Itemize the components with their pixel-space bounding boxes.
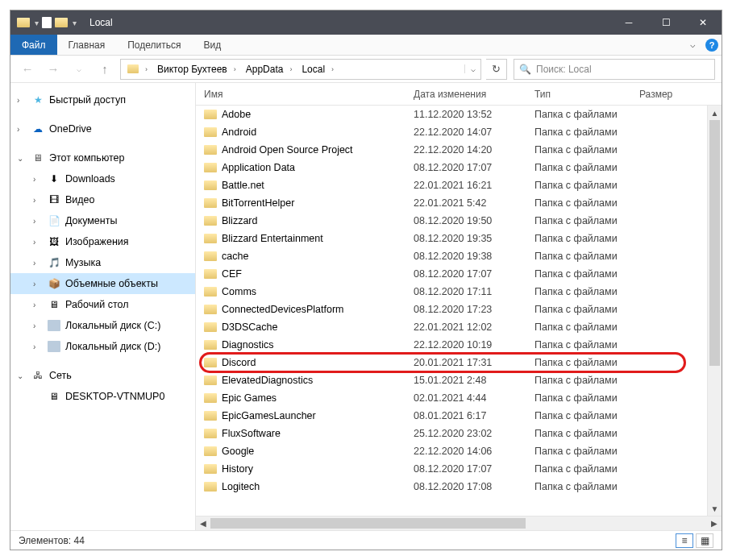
nav-forward-button[interactable]: →	[43, 59, 64, 80]
refresh-button[interactable]: ↻	[486, 59, 507, 80]
file-row[interactable]: Battle.net22.01.2021 16:21Папка с файлам…	[196, 176, 722, 194]
file-name: Comms	[222, 286, 256, 297]
nav-back-button[interactable]: ←	[17, 59, 38, 80]
file-date: 22.01.2021 12:02	[414, 321, 534, 333]
nav-thispc[interactable]: ⌄🖥Этот компьютер	[10, 147, 195, 168]
file-row[interactable]: Diagnostics22.12.2020 10:19Папка с файла…	[196, 336, 722, 354]
file-date: 20.01.2021 17:31	[414, 357, 534, 368]
file-row[interactable]: ElevatedDiagnostics15.01.2021 2:48Папка …	[196, 371, 722, 389]
file-row[interactable]: Logitech08.12.2020 17:08Папка с файлами	[196, 478, 722, 496]
nav-downloads[interactable]: ›⬇Downloads	[10, 168, 195, 189]
folder-icon	[204, 110, 217, 119]
file-row[interactable]: Blizzard Entertainment08.12.2020 19:35Па…	[196, 230, 722, 247]
nav-onedrive[interactable]: ›☁OneDrive	[10, 118, 195, 139]
horizontal-scrollbar[interactable]: ◀▶	[196, 516, 722, 530]
nav-videos[interactable]: ›🎞Видео	[10, 189, 195, 210]
folder-icon	[204, 234, 217, 243]
file-type: Папка с файлами	[534, 109, 639, 120]
file-name: BitTorrentHelper	[222, 197, 294, 209]
folder-icon	[204, 180, 217, 190]
file-row[interactable]: Epic Games02.01.2021 4:44Папка с файлами	[196, 389, 722, 407]
file-date: 08.12.2020 17:07	[414, 162, 534, 173]
file-row[interactable]: History08.12.2020 17:07Папка с файлами	[196, 460, 722, 478]
breadcrumb-seg-0[interactable]: Виктор Бухтеев	[151, 64, 231, 75]
tab-share[interactable]: Поделиться	[116, 35, 192, 55]
nav-music[interactable]: ›🎵Музыка	[10, 252, 195, 273]
file-row[interactable]: CEF08.12.2020 17:07Папка с файлами	[196, 265, 722, 283]
folder-icon	[204, 216, 217, 226]
file-row[interactable]: D3DSCache22.01.2021 12:02Папка с файлами	[196, 318, 722, 336]
close-button[interactable]: ✕	[684, 10, 722, 35]
file-type: Папка с файлами	[534, 251, 639, 262]
nav-network[interactable]: ⌄🖧Сеть	[10, 365, 195, 386]
nav-desktop[interactable]: ›🖥Рабочий стол	[10, 294, 195, 315]
file-name: Blizzard	[222, 215, 257, 226]
breadcrumb-seg-1[interactable]: AppData	[239, 64, 287, 75]
address-bar[interactable]: › Виктор Бухтеев › AppData › Local › ⌵	[120, 59, 481, 80]
maximize-button[interactable]: ☐	[647, 10, 684, 35]
file-type: Папка с файлами	[534, 410, 639, 421]
ribbon-expand-button[interactable]: ⌵	[683, 35, 702, 55]
file-row[interactable]: Application Data08.12.2020 17:07Папка с …	[196, 159, 722, 176]
folder-icon	[204, 198, 217, 208]
column-date[interactable]: Дата изменения	[414, 89, 534, 100]
file-date: 22.01.2021 5:42	[414, 197, 534, 209]
folder-icon	[204, 305, 217, 314]
file-row[interactable]: Google22.12.2020 14:06Папка с файлами	[196, 442, 722, 460]
folder-icon	[17, 18, 30, 27]
folder-icon	[204, 287, 217, 297]
qat-dropdown-1[interactable]: ▾	[35, 19, 39, 27]
file-row[interactable]: EpicGamesLauncher08.01.2021 6:17Папка с …	[196, 407, 722, 425]
column-type[interactable]: Тип	[534, 89, 639, 100]
folder-icon	[204, 163, 217, 172]
breadcrumb-seg-2[interactable]: Local	[295, 64, 328, 75]
help-button[interactable]: ?	[702, 35, 722, 55]
nav-disk-d[interactable]: ›Локальный диск (D:)	[10, 336, 195, 357]
file-row[interactable]: Android Open Source Project22.12.2020 14…	[196, 141, 722, 159]
file-row[interactable]: ConnectedDevicesPlatform08.12.2020 17:23…	[196, 301, 722, 318]
vertical-scrollbar[interactable]: ▲▼	[707, 106, 722, 516]
file-type: Папка с файлами	[534, 463, 639, 475]
nav-up-button[interactable]: ↑	[94, 59, 115, 80]
column-name[interactable]: Имя	[204, 89, 414, 100]
file-name: cache	[222, 251, 248, 262]
nav-recent-dropdown[interactable]: ⌵	[69, 59, 89, 80]
file-name: ConnectedDevicesPlatform	[222, 304, 343, 315]
file-row[interactable]: Blizzard08.12.2020 19:50Папка с файлами	[196, 212, 722, 230]
nav-documents[interactable]: ›📄Документы	[10, 210, 195, 231]
tab-home[interactable]: Главная	[57, 35, 117, 55]
file-row[interactable]: Comms08.12.2020 17:11Папка с файлами	[196, 283, 722, 301]
file-row[interactable]: Adobe11.12.2020 13:52Папка с файлами	[196, 106, 722, 123]
file-type: Папка с файлами	[534, 180, 639, 191]
qat-dropdown-2[interactable]: ▾	[73, 19, 77, 27]
nav-network-pc[interactable]: 🖥DESKTOP-VTNMUP0	[10, 386, 195, 407]
nav-disk-c[interactable]: ›Локальный диск (C:)	[10, 315, 195, 336]
column-size[interactable]: Размер	[639, 89, 704, 100]
tab-file[interactable]: Файл	[10, 35, 57, 55]
minimize-button[interactable]: ─	[610, 10, 647, 35]
properties-icon[interactable]	[42, 17, 52, 28]
file-row[interactable]: FluxSoftware25.12.2020 23:02Папка с файл…	[196, 425, 722, 442]
address-dropdown[interactable]: ⌵	[464, 64, 480, 73]
file-type: Папка с файлами	[534, 357, 639, 368]
file-date: 11.12.2020 13:52	[414, 109, 534, 120]
nav-pictures[interactable]: ›🖼Изображения	[10, 231, 195, 252]
tab-view[interactable]: Вид	[192, 35, 232, 55]
nav-3dobjects[interactable]: ›📦Объемные объекты	[10, 273, 195, 294]
search-box[interactable]: 🔍 Поиск: Local	[514, 59, 715, 80]
file-date: 22.12.2020 14:06	[414, 446, 534, 457]
file-name: History	[222, 463, 253, 475]
file-date: 22.12.2020 14:20	[414, 144, 534, 156]
file-date: 08.12.2020 17:08	[414, 481, 534, 492]
folder-icon	[204, 429, 217, 438]
view-icons-button[interactable]: ▦	[696, 533, 713, 548]
search-icon: 🔍	[519, 64, 531, 75]
view-details-button[interactable]: ≡	[676, 533, 693, 548]
file-row[interactable]: Android22.12.2020 14:07Папка с файлами	[196, 123, 722, 141]
file-row[interactable]: BitTorrentHelper22.01.2021 5:42Папка с ф…	[196, 194, 722, 212]
file-row[interactable]: cache08.12.2020 19:38Папка с файлами	[196, 247, 722, 265]
nav-quick-access[interactable]: ›★Быстрый доступ	[10, 89, 195, 110]
file-row[interactable]: Discord20.01.2021 17:31Папка с файлами	[196, 354, 722, 371]
file-type: Папка с файлами	[534, 233, 639, 244]
file-type: Папка с файлами	[534, 446, 639, 457]
